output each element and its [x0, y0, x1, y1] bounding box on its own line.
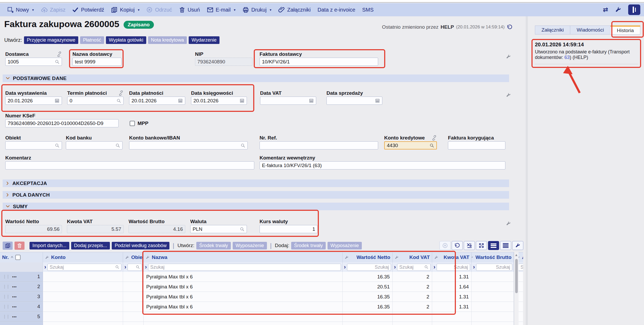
faktura-korygujaca-input[interactable]: [448, 141, 505, 149]
calendar-icon[interactable]: [375, 98, 380, 103]
drag-handle-icon[interactable]: ⋮⋮: [3, 304, 9, 309]
table-scrollbar[interactable]: ▲: [514, 252, 519, 325]
expand-filter-icon[interactable]: ›: [344, 264, 346, 270]
cell-nazwa[interactable]: Pyralgina Max tbl x 6: [144, 282, 343, 292]
create-credit-note-button[interactable]: Nota kredytowa: [148, 36, 187, 44]
netto-filter-input[interactable]: Szukaj: [347, 264, 391, 271]
chevron-down-icon[interactable]: ▾: [32, 8, 34, 12]
faktura-dostawcy-input[interactable]: 10/KFV/26/1: [260, 58, 378, 66]
cell-kwota-vat[interactable]: 1.31: [432, 272, 472, 282]
kod-banku-input[interactable]: [66, 141, 123, 149]
tab-historia[interactable]: Historia: [611, 26, 640, 34]
chevron-down-icon[interactable]: ▾: [234, 8, 236, 12]
expand-filter-icon[interactable]: ›: [44, 264, 46, 270]
scroll-up-icon[interactable]: ▲: [515, 253, 518, 257]
search-icon[interactable]: [115, 143, 120, 148]
wrench-icon[interactable]: [125, 256, 129, 259]
search-icon[interactable]: [115, 265, 119, 269]
section-podstawowe-dane[interactable]: PODSTAWOWE DANE: [3, 74, 509, 82]
wrench-icon[interactable]: [472, 256, 473, 259]
undo-icon[interactable]: [452, 241, 463, 250]
obiekt-filter-input[interactable]: [128, 264, 142, 271]
column-header-nr[interactable]: Nr.^: [0, 252, 43, 262]
komentarz-input[interactable]: [5, 161, 254, 169]
delete-button[interactable]: Usuń: [175, 7, 203, 13]
expand-filter-icon[interactable]: ›: [124, 264, 126, 270]
link-icon[interactable]: [432, 135, 437, 141]
mpp-checkbox[interactable]: [130, 121, 135, 126]
sms-button[interactable]: SMS: [359, 7, 377, 13]
fullscreen-icon[interactable]: [476, 241, 487, 250]
section-pola-danych[interactable]: POLA DANYCH: [3, 191, 509, 199]
split-by-resources-button[interactable]: Podziel według zasobów: [112, 242, 169, 249]
confirm-button[interactable]: Potwierdź: [69, 7, 108, 13]
section-sumy[interactable]: SUMY: [3, 203, 509, 210]
create-event-button[interactable]: Wydarzenie: [189, 36, 219, 44]
cell-nazwa[interactable]: Pyralgina Max tbl x 6: [144, 292, 343, 302]
create-fixed-asset-button[interactable]: Środek trwały: [196, 242, 231, 249]
cell-kwota-vat[interactable]: 1.31: [432, 302, 472, 312]
cell-nazwa[interactable]: Pyralgina Max tbl x 6: [144, 302, 343, 312]
chevron-down-icon[interactable]: ▾: [270, 8, 272, 12]
calendar-icon[interactable]: [309, 98, 314, 103]
new-button[interactable]: Nowy▾: [4, 7, 37, 13]
column-header-obiekt[interactable]: Obiekt: [123, 252, 144, 262]
wrench-icon[interactable]: [395, 256, 399, 259]
dense-view-button[interactable]: [500, 241, 511, 250]
attachments-button[interactable]: Załączniki: [275, 7, 314, 13]
row-menu-icon[interactable]: •••: [12, 274, 17, 279]
nazwa-dostawcy-input[interactable]: test 9999: [72, 58, 121, 66]
print-button[interactable]: Drukuj▾: [239, 7, 275, 13]
chevron-down-icon[interactable]: ▾: [138, 8, 140, 12]
expand-filter-icon[interactable]: ›: [433, 264, 435, 270]
numer-ksef-input[interactable]: 7936240890-20260120-0100004D2650-D9: [5, 119, 119, 127]
table-row[interactable]: ⋮⋮•••5: [0, 312, 523, 322]
export-excel-icon[interactable]: [464, 241, 475, 250]
section-akceptacja[interactable]: AKCEPTACJA: [3, 179, 509, 187]
data-ksiegowosci-input[interactable]: 20.01.2026: [191, 97, 247, 105]
import-data-button[interactable]: Import danych...: [30, 242, 69, 249]
search-icon[interactable]: [430, 143, 434, 148]
search-icon[interactable]: [240, 227, 245, 232]
search-icon[interactable]: [241, 143, 245, 148]
column-header-brutto[interactable]: Wartość Brutto: [472, 252, 514, 262]
link-icon[interactable]: [57, 52, 62, 57]
row-menu-icon[interactable]: •••: [12, 294, 17, 299]
cell-netto[interactable]: 20.51: [343, 282, 393, 292]
add-recipe-button[interactable]: Dodaj przepis...: [71, 242, 110, 249]
side-panel-toggle-button[interactable]: [628, 4, 640, 15]
calendar-icon[interactable]: [240, 98, 245, 103]
data-vat-input[interactable]: [260, 97, 316, 105]
column-header-nazwa[interactable]: Nazwa: [144, 252, 343, 262]
expand-filter-icon[interactable]: ›: [145, 264, 147, 270]
grid-settings-wrench-icon[interactable]: [512, 241, 523, 250]
delete-rows-button[interactable]: [14, 242, 25, 250]
create-payment-button[interactable]: Płatność: [80, 36, 104, 44]
konto-bankowe-input[interactable]: [129, 141, 248, 149]
cell-kod-vat[interactable]: [393, 312, 432, 322]
cell-nazwa[interactable]: [144, 312, 343, 322]
cell-kwota-vat[interactable]: [432, 312, 472, 322]
wrench-icon[interactable]: [45, 256, 49, 259]
wrench-icon[interactable]: [615, 7, 621, 13]
column-header-kod-vat[interactable]: Kod VAT: [393, 252, 432, 262]
history-icon[interactable]: [507, 24, 513, 30]
document-transport-link[interactable]: 63: [564, 55, 570, 60]
add-equipment-button[interactable]: Wyposażenie: [328, 242, 362, 249]
drag-handle-icon[interactable]: ⋮⋮: [3, 294, 9, 299]
kod-vat-filter-input[interactable]: Szukaj: [397, 264, 431, 271]
row-menu-icon[interactable]: •••: [12, 304, 17, 309]
cell-kod-vat[interactable]: 2: [393, 292, 432, 302]
einvoice-data-button[interactable]: Data z e-invoice: [314, 7, 359, 13]
copy-rows-button[interactable]: [3, 242, 13, 250]
kurs-waluty-input[interactable]: 1: [260, 225, 318, 233]
drag-handle-icon[interactable]: ⋮⋮: [3, 274, 9, 279]
scrollbar-thumb[interactable]: [515, 259, 518, 293]
tab-zalaczniki[interactable]: Załączniki: [535, 26, 570, 34]
wrench-icon[interactable]: [345, 256, 349, 259]
cell-kwota-vat[interactable]: 1.64: [432, 282, 472, 292]
drag-handle-icon[interactable]: ⋮⋮: [3, 284, 9, 289]
column-header-netto[interactable]: Wartość Netto: [343, 252, 393, 262]
table-row[interactable]: ⋮⋮•••: [0, 322, 523, 325]
obiekt-input[interactable]: [5, 141, 62, 149]
